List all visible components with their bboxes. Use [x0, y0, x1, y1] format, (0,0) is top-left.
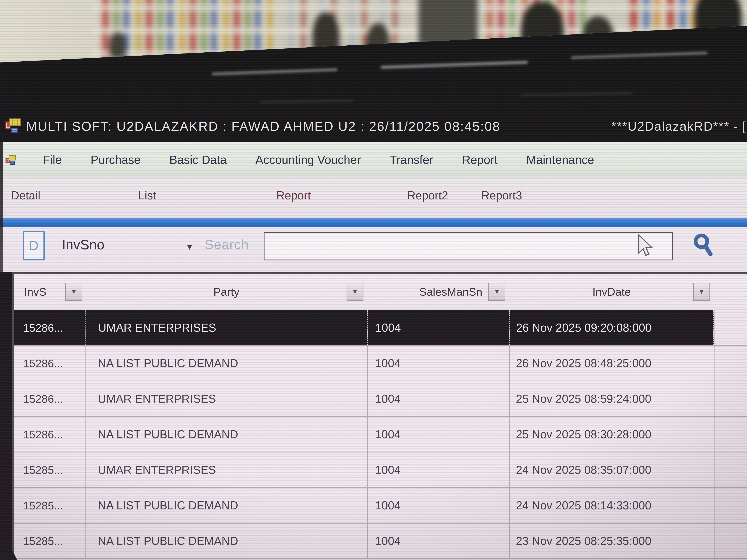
- menu-items: File Purchase Basic Data Accounting Vouc…: [43, 153, 594, 166]
- cell-invsno: 15286...: [14, 417, 85, 452]
- column-label: SalesManSn: [419, 285, 482, 298]
- bezel-reflection: [212, 68, 338, 75]
- cell-party: NA LIST PUBLIC DEMAND: [85, 488, 367, 523]
- table-row[interactable]: 15286... NA LIST PUBLIC DEMAND 1004 25 N…: [14, 416, 747, 452]
- cell-overflow: [714, 452, 747, 487]
- tab[interactable]: Report2: [407, 189, 448, 202]
- menu-item[interactable]: Maintenance: [526, 153, 594, 166]
- table-row[interactable]: 15285... NA LIST PUBLIC DEMAND 1004 24 N…: [14, 487, 747, 523]
- column-label: InvDate: [592, 285, 631, 298]
- menu-item[interactable]: Accounting Voucher: [255, 153, 361, 166]
- cell-invsno: 15285...: [14, 452, 85, 487]
- caret-down-icon[interactable]: [346, 283, 363, 301]
- person-silhouette: [109, 32, 126, 57]
- tab[interactable]: Report3: [481, 189, 522, 202]
- cell-invdate: 25 Nov 2025 08:30:28:000: [509, 417, 714, 452]
- cell-invdate: 24 Nov 2025 08:14:33:000: [509, 488, 714, 523]
- cell-party: UMAR ENTERPRISES: [85, 381, 367, 416]
- table-body: 15286... UMAR ENTERPRISES 1004 26 Nov 20…: [14, 310, 747, 558]
- column-header-salesmansno[interactable]: SalesManSn: [367, 274, 509, 310]
- cell-invdate: 26 Nov 2025 08:48:25:000: [509, 346, 714, 381]
- table-header-row: InvS Party SalesManSn InvDate: [14, 274, 747, 310]
- bezel-reflection: [571, 52, 707, 59]
- menu-bar: File Purchase Basic Data Accounting Vouc…: [0, 142, 747, 179]
- cell-party: UMAR ENTERPRISES: [85, 310, 367, 345]
- cell-party: UMAR ENTERPRISES: [85, 452, 367, 487]
- mdi-child-window-icon: [5, 154, 18, 166]
- column-label: InvS: [14, 285, 46, 298]
- cell-overflow: [714, 488, 747, 523]
- column-header-party[interactable]: Party: [85, 274, 367, 310]
- table-row[interactable]: 15286... UMAR ENTERPRISES 1004 25 Nov 20…: [14, 381, 747, 416]
- cell-party: NA LIST PUBLIC DEMAND: [85, 346, 367, 381]
- table-row[interactable]: 15286... NA LIST PUBLIC DEMAND 1004 26 N…: [14, 345, 747, 381]
- d-button[interactable]: D: [23, 231, 45, 261]
- cell-salesmansno: 1004: [367, 381, 509, 416]
- column-header-overflow: [714, 274, 747, 310]
- tab[interactable]: Report: [276, 189, 311, 202]
- tab[interactable]: Detail: [11, 189, 41, 202]
- photographed-monitor-screen: MULTI SOFT: U2DALAZAKRD : FAWAD AHMED U2…: [0, 0, 747, 560]
- table-row[interactable]: 15285... UMAR ENTERPRISES 1004 24 Nov 20…: [14, 452, 747, 487]
- cell-overflow: [714, 381, 747, 416]
- cell-overflow: [714, 310, 747, 345]
- menu-item[interactable]: File: [43, 153, 62, 166]
- caret-down-icon[interactable]: [186, 242, 194, 251]
- person-silhouette: [582, 16, 614, 70]
- store-background: [0, 0, 747, 72]
- monitor-left-edge: [0, 72, 3, 560]
- search-toolbar: D InvSno Search: [0, 228, 747, 272]
- cell-salesmansno: 1004: [367, 417, 509, 452]
- store-blur-layer: [0, 0, 747, 72]
- bezel-reflection: [260, 100, 354, 103]
- cell-overflow: [714, 417, 747, 452]
- invoice-table: InvS Party SalesManSn InvDate 15286...: [12, 272, 747, 560]
- blue-divider-bar: [0, 218, 747, 228]
- search-label: Search: [205, 228, 249, 262]
- cell-invsno: 15285...: [14, 524, 85, 558]
- magnifier-icon[interactable]: [692, 233, 714, 256]
- window-title-right: ***U2DalazakRD*** - [: [611, 119, 746, 134]
- table-row[interactable]: 15286... UMAR ENTERPRISES 1004 26 Nov 20…: [14, 310, 747, 345]
- column-label: Party: [213, 285, 239, 298]
- caret-down-icon[interactable]: [488, 283, 505, 301]
- cell-invdate: 23 Nov 2025 08:25:35:000: [509, 524, 714, 558]
- cell-invsno: 15285...: [14, 488, 85, 523]
- caret-down-icon[interactable]: [693, 283, 710, 301]
- menu-item[interactable]: Transfer: [389, 153, 433, 166]
- cell-salesmansno: 1004: [367, 310, 509, 345]
- cell-overflow: [714, 346, 747, 381]
- caret-down-icon[interactable]: [66, 283, 82, 301]
- window-title: MULTI SOFT: U2DALAZAKRD : FAWAD AHMED U2…: [26, 119, 746, 134]
- store-pillar: [418, 0, 478, 72]
- cell-invsno: 15286...: [14, 381, 85, 416]
- bezel-reflection: [381, 61, 528, 69]
- tab[interactable]: List: [138, 189, 156, 202]
- search-field-selector[interactable]: InvSno: [62, 228, 104, 262]
- window-title-bar: MULTI SOFT: U2DALAZAKRD : FAWAD AHMED U2…: [0, 111, 747, 142]
- app-window-icon: [5, 118, 22, 135]
- menu-item[interactable]: Basic Data: [169, 153, 227, 166]
- mouse-arrow-cursor: [637, 234, 654, 259]
- cell-overflow: [714, 524, 747, 558]
- cell-invdate: 26 Nov 2025 09:20:08:000: [509, 310, 714, 345]
- column-header-invsno[interactable]: InvS: [14, 274, 85, 310]
- cell-invsno: 15286...: [14, 310, 85, 345]
- table-empty-row: [14, 558, 747, 560]
- table-row[interactable]: 15285... NA LIST PUBLIC DEMAND 1004 23 N…: [14, 523, 747, 558]
- column-header-invdate[interactable]: InvDate: [509, 274, 714, 310]
- cell-salesmansno: 1004: [367, 452, 509, 487]
- cell-party: NA LIST PUBLIC DEMAND: [85, 524, 367, 558]
- cell-party: NA LIST PUBLIC DEMAND: [85, 417, 367, 452]
- person-silhouette: [366, 23, 390, 70]
- bezel-reflection: [521, 92, 632, 96]
- person-silhouette: [521, 2, 564, 66]
- cell-invdate: 25 Nov 2025 08:59:24:000: [509, 381, 714, 416]
- tab-strip: Detail List Report Report2 Report3: [0, 179, 747, 218]
- menu-item[interactable]: Purchase: [91, 153, 140, 166]
- cell-invdate: 24 Nov 2025 08:35:07:000: [509, 452, 714, 487]
- search-input[interactable]: [264, 232, 673, 261]
- menu-item[interactable]: Report: [462, 153, 497, 166]
- window-title-left: MULTI SOFT: U2DALAZAKRD : FAWAD AHMED U2…: [26, 119, 500, 134]
- cell-invsno: 15286...: [14, 346, 85, 381]
